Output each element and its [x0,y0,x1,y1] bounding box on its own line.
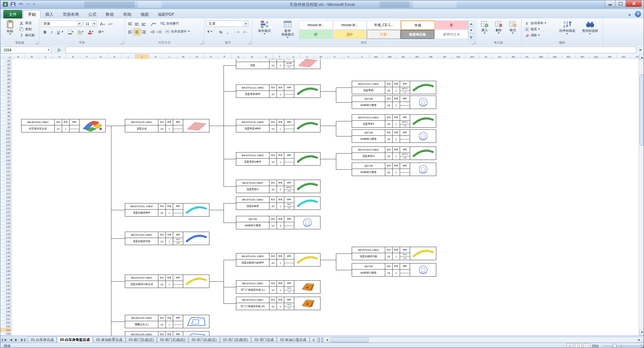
row-header[interactable]: 113 [0,177,11,181]
align-left-icon[interactable] [127,28,134,36]
last-sheet-button[interactable] [20,337,26,343]
row-header[interactable]: 84 [0,70,11,74]
percent-style-button[interactable]: % [217,28,225,36]
name-box[interactable]: J154 [1,47,51,53]
cell-style-item[interactable]: mouse.dr... [299,20,333,30]
window-maximize-button[interactable] [615,0,626,7]
row-header[interactable]: 134 [0,254,11,258]
number-format-select[interactable]: 文本 [206,20,249,27]
column-header[interactable]: N [190,54,204,59]
part-box[interactable]: BM-8701413-10B02级别数量材料背门门锁链安装板 (R)041SLD… [236,297,320,310]
delete-cells-button[interactable]: 删除 [491,19,506,34]
part-box[interactable]: BM-8701113L-10B02级别数量材料顶盖弯梁II焊件041 [236,119,320,132]
column-header[interactable]: AA [369,54,383,59]
column-header[interactable]: B [25,54,39,59]
zoom-level-label[interactable]: 55% [592,344,599,348]
part-box[interactable]: BM-8701201L-10B02级别数量材料顶盖前横梁焊件031 [125,203,209,217]
font-size-select[interactable]: 11 [84,20,97,27]
row-header[interactable]: 112 [0,173,11,177]
column-header[interactable]: AQ [589,54,603,59]
column-header[interactable]: C [39,54,53,59]
row-header[interactable]: 106 [0,151,11,155]
sheet-canvas[interactable]: BM-8010000-10B02级别数量材料白车身骨架总成021BM-87011… [0,59,639,336]
row-header[interactable]: 114 [0,181,11,184]
column-header[interactable]: K [149,54,163,59]
gallery-scroll-down[interactable] [468,27,474,34]
vertical-scroll-thumb[interactable] [640,74,644,146]
ribbon-tab[interactable]: 页面布局 [58,10,84,19]
autosum-button[interactable]: Σ 自动求和 [523,20,554,26]
select-all-corner[interactable] [0,54,11,59]
row-header[interactable]: 125 [0,221,11,225]
gallery-more-button[interactable] [468,34,474,40]
underline-dropdown[interactable] [61,31,63,33]
window-minimize-button[interactable] [605,0,615,7]
row-header[interactable]: 140 [0,277,11,280]
alignment-dialog-launcher[interactable] [200,41,203,44]
ribbon-tab[interactable]: 开始 [23,10,41,19]
row-header[interactable]: 147 [0,302,11,306]
increase-indent-icon[interactable] [155,28,163,36]
column-header[interactable]: L [163,54,177,59]
cell-style-item[interactable]: 检查单元格 [401,30,434,39]
sheet-tab[interactable]: 02-发动机罩总成 [93,337,125,343]
align-bottom-icon[interactable] [140,20,147,27]
prev-sheet-button[interactable] [7,337,13,343]
first-sheet-button[interactable] [1,337,7,343]
cell-style-item[interactable]: 常规_CE-1... [367,20,400,30]
sheet-tab[interactable]: 02-后门总成(右) [220,337,251,343]
row-header[interactable]: 152 [0,321,11,325]
row-header[interactable]: 88 [0,85,11,89]
styles-dialog-launcher[interactable] [472,41,475,44]
formula-bar-expand-button[interactable] [638,48,643,53]
ribbon-tab[interactable]: 福昕PDF [153,10,179,19]
clear-button[interactable]: 清除 [523,32,554,38]
column-header[interactable]: P [218,54,232,59]
row-header[interactable]: 100 [0,129,11,133]
part-box[interactable]: BM-8401200-10B02级别数量材料 [125,331,209,336]
phonetic-dropdown[interactable] [102,31,104,33]
part-box[interactable]: BM-8701113-10B02级别数量材料顶盖弯梁II051EPCC0.8 [352,114,436,128]
clipboard-dialog-launcher[interactable] [35,41,38,44]
sort-filter-button[interactable]: AZ 排序和筛选 [556,19,578,35]
row-header[interactable]: 144 [0,291,11,295]
paste-button[interactable]: 粘贴 [2,19,18,35]
row-header[interactable]: 142 [0,284,11,288]
next-sheet-button[interactable] [14,337,19,343]
part-box[interactable]: BM-8701411L-10B02级别数量材料顶盖后横梁内板焊件041 [236,253,320,267]
row-header[interactable]: 87 [0,81,11,85]
row-header[interactable]: 127 [0,229,11,232]
scroll-up-button[interactable] [639,55,644,60]
sheet-tab[interactable]: 02-白车身骨架总成 [57,336,93,343]
font-dialog-launcher[interactable] [120,41,123,44]
row-header[interactable]: 139 [0,273,11,277]
column-header[interactable]: AL [521,54,534,59]
cell-style-item[interactable]: 解释性文本 [435,30,468,39]
row-header[interactable]: 92 [0,100,11,103]
column-header[interactable]: U [287,54,300,59]
part-box[interactable]: Q87106级别数量材料M6焊接方螺母052 [352,263,436,277]
row-header[interactable]: 103 [0,140,11,144]
align-right-icon[interactable] [140,28,147,36]
sheet-tab[interactable]: 02-前门总成(右) [157,337,188,343]
cell-style-item[interactable]: 差 [435,20,468,30]
part-box[interactable]: BM-8701112-10B02级别数量材料顶盖弯梁I051EPCC1.0 [352,81,436,94]
column-header[interactable]: AN [548,54,562,59]
column-header[interactable]: AC [397,54,410,59]
align-top-icon[interactable] [127,20,134,27]
column-header[interactable]: G [94,54,108,59]
row-header[interactable]: 145 [0,295,11,299]
column-header[interactable]: AG [452,54,465,59]
zoom-slider[interactable] [603,344,640,348]
column-header[interactable]: F [80,54,94,59]
row-header[interactable]: 141 [0,280,11,284]
normal-view-icon[interactable] [567,343,573,348]
column-header[interactable]: AS [617,54,631,59]
insert-cells-button[interactable]: 插入 [477,19,492,34]
decrease-decimal-button[interactable]: .0→ [241,28,250,36]
row-header[interactable]: 138 [0,269,11,273]
part-box[interactable]: BM-8701115-10B02级别数量材料顶盖弯梁IV042EPCC0.8 [236,180,320,193]
find-select-button[interactable]: 查找和选择 [579,19,601,35]
part-box[interactable]: BM-8701201-10B02级别数量材料顶盖前横梁041SLD0.8 [236,196,320,210]
copy-button[interactable]: 复制 [18,26,38,32]
